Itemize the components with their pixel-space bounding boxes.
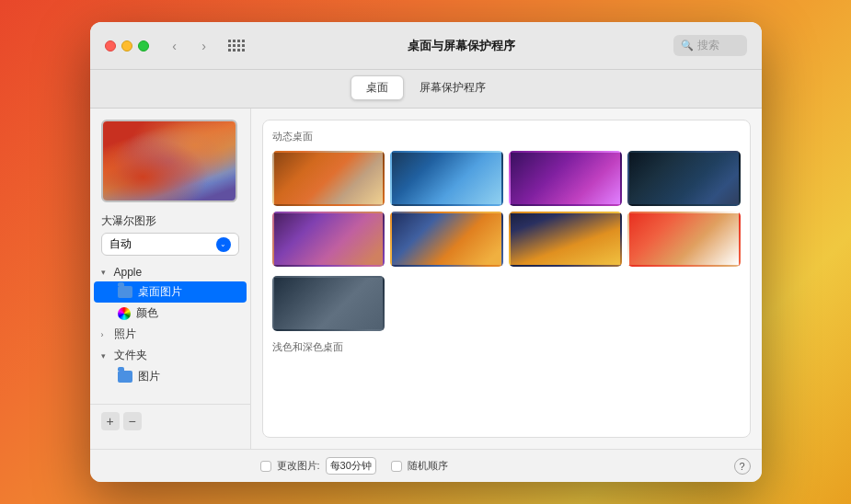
sidebar-group-apple[interactable]: ▾ Apple — [90, 263, 250, 281]
maximize-button[interactable] — [138, 40, 149, 52]
search-placeholder: 搜索 — [697, 38, 719, 53]
wallpaper-name-label: 大瀑尔图形 — [90, 213, 250, 229]
main-content: 大瀑尔图形 自动 ⌄ ▾ Apple 桌面图片 — [90, 109, 762, 449]
chevron-right-icon: › — [101, 330, 110, 339]
close-button[interactable] — [105, 40, 116, 52]
sidebar-group-photos-label: 照片 — [114, 326, 136, 342]
add-button[interactable]: + — [101, 412, 120, 430]
wallpaper-grid-bottom — [272, 276, 741, 331]
sidebar-item-pictures-folder[interactable]: 图片 — [94, 366, 247, 387]
forward-button[interactable]: › — [193, 35, 215, 57]
sidebar-bottom: + − — [90, 404, 250, 438]
window-title: 桌面与屏幕保护程序 — [258, 38, 666, 54]
sidebar-item-colors[interactable]: 颜色 — [94, 303, 247, 324]
remove-button[interactable]: − — [123, 412, 142, 430]
random-order-checkbox[interactable] — [391, 461, 402, 472]
dropdown-row: 自动 ⌄ — [90, 233, 250, 256]
color-wheel-icon — [118, 307, 131, 320]
random-order-label: 随机顺序 — [408, 459, 448, 473]
folder-icon-2 — [118, 371, 132, 383]
wallpaper-mode-dropdown[interactable]: 自动 ⌄ — [101, 233, 239, 256]
wallpaper-preview — [101, 120, 237, 202]
system-preferences-window: ‹ › 桌面与屏幕保护程序 🔍 搜索 桌面 屏幕保护程序 大瀑尔图形 — [90, 22, 762, 482]
sidebar-tree: ▾ Apple 桌面图片 颜色 › 照片 ▾ — [90, 263, 250, 404]
dropdown-value: 自动 — [109, 236, 132, 252]
wallpaper-grid-dynamic — [272, 151, 741, 267]
sidebar-group-folders[interactable]: ▾ 文件夹 — [90, 345, 250, 366]
wallpaper-thumb-1[interactable] — [272, 151, 385, 206]
change-pic-checkbox[interactable] — [260, 461, 271, 472]
change-pic-label: 更改图片: — [277, 459, 320, 473]
left-panel: 大瀑尔图形 自动 ⌄ ▾ Apple 桌面图片 — [90, 109, 251, 449]
dynamic-section-label: 动态桌面 — [272, 130, 741, 143]
search-icon: 🔍 — [681, 40, 694, 52]
grid-view-icon[interactable] — [228, 40, 245, 52]
dropdown-arrow-icon: ⌄ — [216, 237, 231, 252]
change-pic-row: 更改图片: 每30分钟 — [260, 457, 376, 475]
sidebar-item-desktop-pictures[interactable]: 桌面图片 — [94, 281, 247, 303]
sidebar-group-apple-label: Apple — [114, 266, 143, 279]
wallpaper-preview-image — [103, 121, 236, 200]
preview-area — [90, 120, 250, 213]
search-box[interactable]: 🔍 搜索 — [673, 35, 747, 56]
traffic-lights — [105, 40, 149, 52]
light-dark-section-label: 浅色和深色桌面 — [272, 340, 741, 354]
wallpaper-thumb-2[interactable] — [390, 151, 503, 206]
wallpaper-thumb-6[interactable] — [390, 212, 503, 267]
sidebar-item-colors-label: 颜色 — [136, 305, 158, 321]
sidebar-group-folders-label: 文件夹 — [114, 348, 147, 363]
wallpaper-thumb-4[interactable] — [627, 151, 741, 206]
sidebar-group-photos[interactable]: › 照片 — [90, 324, 250, 345]
tab-desktop[interactable]: 桌面 — [351, 75, 404, 100]
tab-screensaver[interactable]: 屏幕保护程序 — [404, 75, 501, 100]
chevron-down-icon-2: ▾ — [101, 351, 110, 361]
wallpaper-thumb-3[interactable] — [509, 151, 622, 206]
back-button[interactable]: ‹ — [164, 35, 186, 57]
sidebar-item-pictures-folder-label: 图片 — [138, 369, 160, 384]
wallpaper-thumb-5[interactable] — [272, 212, 385, 267]
chevron-down-icon: ▾ — [101, 268, 110, 277]
wallpaper-thumb-9[interactable] — [272, 276, 385, 331]
sidebar-item-desktop-pictures-label: 桌面图片 — [138, 284, 182, 300]
random-order-row: 随机顺序 — [391, 459, 448, 473]
wallpaper-thumb-7[interactable] — [509, 212, 622, 267]
right-panel: 动态桌面 浅色和深色桌面 — [251, 109, 762, 449]
wallpaper-grid-container: 动态桌面 浅色和深色桌面 — [262, 120, 751, 438]
interval-select[interactable]: 每30分钟 — [326, 457, 376, 475]
wallpaper-thumb-8[interactable] — [627, 212, 741, 267]
tabs-bar: 桌面 屏幕保护程序 — [90, 70, 762, 109]
bottom-options: 更改图片: 每30分钟 随机顺序 ? — [90, 449, 762, 482]
titlebar: ‹ › 桌面与屏幕保护程序 🔍 搜索 — [90, 22, 762, 70]
folder-icon — [118, 286, 132, 298]
minimize-button[interactable] — [121, 40, 132, 52]
help-button[interactable]: ? — [734, 458, 751, 475]
